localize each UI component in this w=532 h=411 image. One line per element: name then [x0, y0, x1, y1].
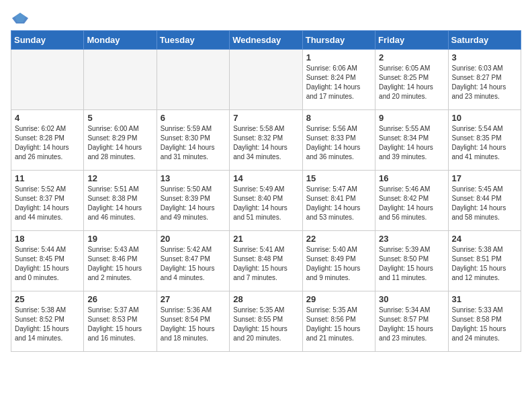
- logo-icon: [11, 11, 30, 25]
- day-info: Sunrise: 5:40 AM Sunset: 8:49 PM Dayligh…: [306, 245, 371, 283]
- day-info: Sunrise: 5:46 AM Sunset: 8:42 PM Dayligh…: [379, 185, 444, 222]
- day-info: Sunrise: 5:45 AM Sunset: 8:44 PM Dayligh…: [452, 185, 517, 222]
- day-number: 5: [87, 113, 152, 123]
- calendar-cell: 28Sunrise: 5:35 AM Sunset: 8:55 PM Dayli…: [230, 291, 302, 352]
- calendar-cell: 7Sunrise: 5:58 AM Sunset: 8:32 PM Daylig…: [230, 110, 302, 171]
- week-row-5: 25Sunrise: 5:38 AM Sunset: 8:52 PM Dayli…: [11, 291, 521, 352]
- day-header-thursday: Thursday: [302, 31, 375, 50]
- day-number: 25: [15, 294, 80, 304]
- calendar-cell: 18Sunrise: 5:44 AM Sunset: 8:45 PM Dayli…: [11, 231, 84, 291]
- day-number: 6: [161, 113, 226, 123]
- day-number: 10: [452, 113, 517, 123]
- day-header-friday: Friday: [375, 31, 448, 50]
- day-number: 14: [233, 173, 298, 183]
- calendar-cell: [157, 50, 229, 110]
- day-number: 28: [233, 294, 298, 304]
- day-info: Sunrise: 5:58 AM Sunset: 8:32 PM Dayligh…: [233, 124, 298, 162]
- day-info: Sunrise: 5:49 AM Sunset: 8:40 PM Dayligh…: [233, 185, 298, 222]
- day-number: 22: [306, 234, 371, 244]
- day-info: Sunrise: 5:52 AM Sunset: 8:37 PM Dayligh…: [15, 185, 80, 222]
- calendar-cell: 22Sunrise: 5:40 AM Sunset: 8:49 PM Dayli…: [302, 231, 375, 291]
- day-info: Sunrise: 5:41 AM Sunset: 8:48 PM Dayligh…: [233, 245, 298, 283]
- day-number: 21: [233, 234, 298, 244]
- day-info: Sunrise: 5:36 AM Sunset: 8:54 PM Dayligh…: [161, 306, 226, 343]
- day-number: 13: [161, 173, 226, 183]
- day-info: Sunrise: 5:33 AM Sunset: 8:58 PM Dayligh…: [452, 306, 517, 343]
- week-row-2: 4Sunrise: 6:02 AM Sunset: 8:28 PM Daylig…: [11, 110, 521, 171]
- day-info: Sunrise: 6:05 AM Sunset: 8:25 PM Dayligh…: [379, 64, 444, 101]
- page-header: [11, 11, 521, 25]
- calendar-cell: 25Sunrise: 5:38 AM Sunset: 8:52 PM Dayli…: [11, 291, 84, 352]
- calendar-cell: 13Sunrise: 5:50 AM Sunset: 8:39 PM Dayli…: [157, 171, 229, 231]
- day-number: 29: [306, 294, 371, 304]
- calendar-cell: 24Sunrise: 5:38 AM Sunset: 8:51 PM Dayli…: [448, 231, 521, 291]
- calendar-cell: 16Sunrise: 5:46 AM Sunset: 8:42 PM Dayli…: [375, 171, 448, 231]
- day-header-sunday: Sunday: [11, 31, 84, 50]
- calendar-cell: 23Sunrise: 5:39 AM Sunset: 8:50 PM Dayli…: [375, 231, 448, 291]
- day-number: 17: [452, 173, 517, 183]
- day-info: Sunrise: 5:42 AM Sunset: 8:47 PM Dayligh…: [161, 245, 226, 283]
- calendar-cell: 15Sunrise: 5:47 AM Sunset: 8:41 PM Dayli…: [302, 171, 375, 231]
- calendar-cell: 14Sunrise: 5:49 AM Sunset: 8:40 PM Dayli…: [230, 171, 302, 231]
- day-header-saturday: Saturday: [448, 31, 521, 50]
- day-number: 11: [15, 173, 80, 183]
- calendar-cell: 4Sunrise: 6:02 AM Sunset: 8:28 PM Daylig…: [11, 110, 84, 171]
- day-number: 31: [452, 294, 517, 304]
- day-header-wednesday: Wednesday: [230, 31, 302, 50]
- day-header-tuesday: Tuesday: [157, 31, 229, 50]
- day-number: 24: [452, 234, 517, 244]
- day-number: 27: [161, 294, 226, 304]
- calendar-cell: 27Sunrise: 5:36 AM Sunset: 8:54 PM Dayli…: [157, 291, 229, 352]
- calendar-cell: 1Sunrise: 6:06 AM Sunset: 8:24 PM Daylig…: [302, 50, 375, 110]
- calendar-cell: [11, 50, 84, 110]
- day-number: 4: [15, 113, 80, 123]
- day-number: 30: [379, 294, 444, 304]
- calendar-cell: 3Sunrise: 6:03 AM Sunset: 8:27 PM Daylig…: [448, 50, 521, 110]
- day-info: Sunrise: 5:56 AM Sunset: 8:33 PM Dayligh…: [306, 124, 371, 162]
- day-info: Sunrise: 5:39 AM Sunset: 8:50 PM Dayligh…: [379, 245, 444, 283]
- day-info: Sunrise: 5:35 AM Sunset: 8:56 PM Dayligh…: [306, 306, 371, 343]
- calendar-table: SundayMondayTuesdayWednesdayThursdayFrid…: [11, 30, 521, 352]
- day-info: Sunrise: 5:44 AM Sunset: 8:45 PM Dayligh…: [15, 245, 80, 283]
- logo: [11, 11, 32, 25]
- day-number: 26: [87, 294, 152, 304]
- calendar-cell: 30Sunrise: 5:34 AM Sunset: 8:57 PM Dayli…: [375, 291, 448, 352]
- day-info: Sunrise: 6:00 AM Sunset: 8:29 PM Dayligh…: [87, 124, 152, 162]
- calendar-cell: [84, 50, 157, 110]
- day-number: 8: [306, 113, 371, 123]
- day-info: Sunrise: 5:34 AM Sunset: 8:57 PM Dayligh…: [379, 306, 444, 343]
- calendar-cell: 21Sunrise: 5:41 AM Sunset: 8:48 PM Dayli…: [230, 231, 302, 291]
- day-info: Sunrise: 5:38 AM Sunset: 8:51 PM Dayligh…: [452, 245, 517, 283]
- calendar-cell: 17Sunrise: 5:45 AM Sunset: 8:44 PM Dayli…: [448, 171, 521, 231]
- day-info: Sunrise: 6:06 AM Sunset: 8:24 PM Dayligh…: [306, 64, 371, 101]
- day-info: Sunrise: 5:50 AM Sunset: 8:39 PM Dayligh…: [161, 185, 226, 222]
- week-row-3: 11Sunrise: 5:52 AM Sunset: 8:37 PM Dayli…: [11, 171, 521, 231]
- day-number: 15: [306, 173, 371, 183]
- day-info: Sunrise: 5:55 AM Sunset: 8:34 PM Dayligh…: [379, 124, 444, 162]
- day-number: 18: [15, 234, 80, 244]
- calendar-cell: 6Sunrise: 5:59 AM Sunset: 8:30 PM Daylig…: [157, 110, 229, 171]
- day-info: Sunrise: 5:38 AM Sunset: 8:52 PM Dayligh…: [15, 306, 80, 343]
- calendar-cell: 5Sunrise: 6:00 AM Sunset: 8:29 PM Daylig…: [84, 110, 157, 171]
- day-info: Sunrise: 5:43 AM Sunset: 8:46 PM Dayligh…: [87, 245, 152, 283]
- calendar-cell: 29Sunrise: 5:35 AM Sunset: 8:56 PM Dayli…: [302, 291, 375, 352]
- day-info: Sunrise: 5:51 AM Sunset: 8:38 PM Dayligh…: [87, 185, 152, 222]
- calendar-cell: 8Sunrise: 5:56 AM Sunset: 8:33 PM Daylig…: [302, 110, 375, 171]
- calendar-cell: 26Sunrise: 5:37 AM Sunset: 8:53 PM Dayli…: [84, 291, 157, 352]
- day-number: 20: [161, 234, 226, 244]
- day-info: Sunrise: 6:03 AM Sunset: 8:27 PM Dayligh…: [452, 64, 517, 101]
- day-number: 2: [379, 52, 444, 62]
- calendar-cell: 11Sunrise: 5:52 AM Sunset: 8:37 PM Dayli…: [11, 171, 84, 231]
- day-number: 9: [379, 113, 444, 123]
- calendar-cell: 9Sunrise: 5:55 AM Sunset: 8:34 PM Daylig…: [375, 110, 448, 171]
- calendar-cell: 2Sunrise: 6:05 AM Sunset: 8:25 PM Daylig…: [375, 50, 448, 110]
- day-info: Sunrise: 5:35 AM Sunset: 8:55 PM Dayligh…: [233, 306, 298, 343]
- day-header-monday: Monday: [84, 31, 157, 50]
- calendar-cell: 19Sunrise: 5:43 AM Sunset: 8:46 PM Dayli…: [84, 231, 157, 291]
- week-row-1: 1Sunrise: 6:06 AM Sunset: 8:24 PM Daylig…: [11, 50, 521, 110]
- day-number: 16: [379, 173, 444, 183]
- calendar-cell: 31Sunrise: 5:33 AM Sunset: 8:58 PM Dayli…: [448, 291, 521, 352]
- calendar-cell: 20Sunrise: 5:42 AM Sunset: 8:47 PM Dayli…: [157, 231, 229, 291]
- day-number: 7: [233, 113, 298, 123]
- day-number: 1: [306, 52, 371, 62]
